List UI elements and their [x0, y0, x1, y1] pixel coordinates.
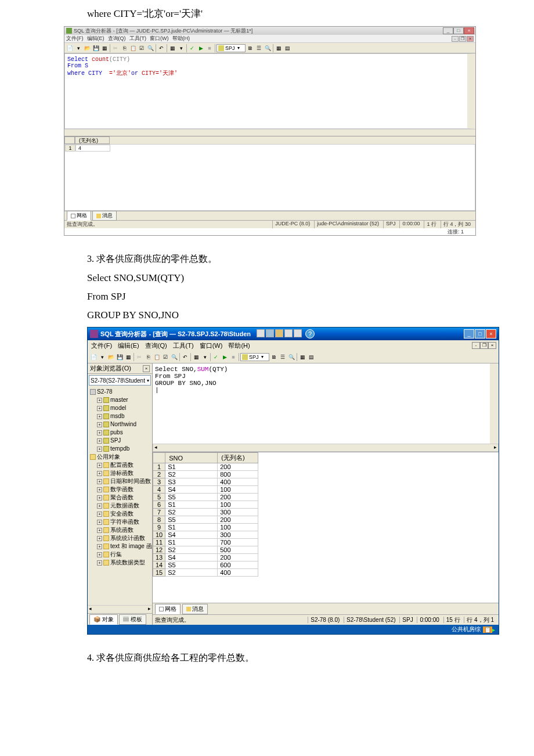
- plan-icon[interactable]: 🗎: [270, 353, 278, 361]
- tree-db-item[interactable]: +model: [89, 404, 151, 412]
- cell-sno[interactable]: S1: [165, 539, 218, 546]
- table-row[interactable]: 12S2500: [153, 546, 258, 554]
- cell-value[interactable]: 700: [218, 539, 258, 546]
- tab-grid[interactable]: 网格: [67, 211, 91, 221]
- col-header-noname[interactable]: (无列名): [75, 136, 110, 144]
- table-row[interactable]: 13S4200: [153, 554, 258, 561]
- cell-value[interactable]: 200: [218, 463, 258, 471]
- tree-db-item[interactable]: +tempdb: [89, 445, 151, 453]
- menu-file[interactable]: 文件(F): [66, 35, 84, 42]
- table-row[interactable]: 2S2800: [153, 471, 258, 478]
- maximize-button[interactable]: □: [453, 27, 464, 34]
- float-icon[interactable]: [294, 329, 302, 337]
- paste-icon[interactable]: 📋: [129, 44, 137, 52]
- menu-window[interactable]: 窗口(W): [200, 341, 223, 350]
- find-icon[interactable]: 🔍: [146, 44, 154, 52]
- help-icon[interactable]: ?: [305, 329, 315, 339]
- menu-tools[interactable]: 工具(T): [173, 341, 194, 350]
- cell-sno[interactable]: S2: [165, 509, 218, 516]
- stop-icon[interactable]: ■: [205, 44, 214, 52]
- col-noname-header[interactable]: (无列名): [218, 453, 258, 463]
- menu-file[interactable]: 文件(F): [91, 341, 112, 350]
- table-row[interactable]: 5S5200: [153, 494, 258, 501]
- table-row[interactable]: 15S2400: [153, 569, 258, 577]
- tab-messages[interactable]: 消息: [182, 604, 208, 614]
- col-sno-header[interactable]: SNO: [165, 453, 218, 463]
- tree-db-item[interactable]: +pubs: [89, 429, 151, 437]
- sql-editor-2[interactable]: Select SNO,SUM(QTY) From SPJ GROUP BY SN…: [153, 363, 499, 444]
- cell-value[interactable]: 100: [218, 524, 258, 531]
- dropdown-icon[interactable]: ▾: [74, 44, 82, 52]
- cell-sno[interactable]: S5: [165, 561, 218, 569]
- cell-sno[interactable]: S4: [165, 554, 218, 561]
- sidebar-hscroll[interactable]: ◂▸: [88, 605, 152, 613]
- cell-sno[interactable]: S5: [165, 516, 218, 524]
- cell-value[interactable]: 100: [218, 486, 258, 494]
- dropdown2-icon[interactable]: ▾: [201, 353, 209, 361]
- tree-folder-item[interactable]: +游标函数: [89, 469, 151, 477]
- tree-folder-item[interactable]: +安全函数: [89, 510, 151, 518]
- database-combo[interactable]: SPJ: [217, 44, 246, 52]
- titlebar-1[interactable]: SQL 查询分析器 - [查询 — JUDE-PC.SPJ.jude-PC\Ad…: [64, 27, 475, 35]
- close-button[interactable]: ×: [464, 27, 474, 34]
- tree-folder-item[interactable]: +字符串函数: [89, 518, 151, 526]
- tree-db-item[interactable]: +Northwind: [89, 420, 151, 429]
- minimize-button[interactable]: _: [464, 329, 474, 339]
- cell-value[interactable]: 300: [218, 531, 258, 539]
- tree-folder-item[interactable]: +系统数据类型: [89, 559, 151, 567]
- tree-folder-item[interactable]: +text 和 image 函数: [89, 542, 151, 550]
- float-icon[interactable]: [275, 329, 283, 337]
- check-icon[interactable]: ✓: [188, 44, 196, 52]
- cut-icon[interactable]: ✂: [135, 353, 143, 361]
- tree-folder-item[interactable]: +配置函数: [89, 461, 151, 469]
- cell-value[interactable]: 500: [218, 546, 258, 554]
- tree-folder-item[interactable]: +行集: [89, 550, 151, 559]
- stop-icon[interactable]: ■: [229, 353, 237, 361]
- open-icon[interactable]: 📂: [107, 353, 115, 361]
- window-icon[interactable]: ▦: [298, 353, 306, 361]
- tree-db-item[interactable]: +msdb: [89, 412, 151, 420]
- tree-root[interactable]: S2-78: [89, 388, 151, 396]
- menu-tools[interactable]: 工具(T): [129, 35, 147, 42]
- cell-sno[interactable]: S1: [165, 524, 218, 531]
- taskbar-arrow-icon[interactable]: ▸: [492, 627, 495, 633]
- inner-close[interactable]: ×: [467, 36, 474, 42]
- cell-sno[interactable]: S2: [165, 546, 218, 554]
- cut-icon[interactable]: ✂: [111, 44, 120, 52]
- tree-folder-item[interactable]: +聚合函数: [89, 494, 151, 502]
- check-icon[interactable]: ✓: [212, 353, 220, 361]
- copy-icon[interactable]: ⎘: [144, 353, 152, 361]
- menu-query[interactable]: 查询(Q): [108, 35, 126, 42]
- cell-value[interactable]: 200: [218, 516, 258, 524]
- clear-icon[interactable]: ☑: [138, 44, 146, 52]
- inner-restore[interactable]: ❐: [480, 342, 488, 349]
- table-row[interactable]: 7S2300: [153, 509, 258, 516]
- cell-value[interactable]: 200: [218, 554, 258, 561]
- cell-sno[interactable]: S2: [165, 471, 218, 478]
- show-icon[interactable]: ▤: [307, 353, 315, 361]
- copy-icon[interactable]: ⎘: [120, 44, 128, 52]
- cell-sno[interactable]: S2: [165, 569, 218, 577]
- table-row[interactable]: 3S3400: [153, 478, 258, 486]
- clear-icon[interactable]: ☑: [161, 353, 169, 361]
- obj-icon[interactable]: ☰: [279, 353, 287, 361]
- float-icon[interactable]: [257, 329, 265, 337]
- tree-folder-item[interactable]: +系统函数: [89, 526, 151, 534]
- editor-hscroll[interactable]: [64, 129, 475, 136]
- undo-icon[interactable]: ↶: [181, 353, 189, 361]
- menu-edit[interactable]: 编辑(E): [87, 35, 104, 42]
- menu-help[interactable]: 帮助(H): [172, 35, 190, 42]
- editor-hscroll-2[interactable]: [153, 444, 499, 452]
- table-row[interactable]: 11S1700: [153, 539, 258, 546]
- float-icon[interactable]: [284, 329, 293, 337]
- close-button[interactable]: ×: [486, 329, 496, 339]
- inner-minimize[interactable]: -: [452, 36, 459, 42]
- save-icon[interactable]: 💾: [116, 353, 124, 361]
- cell-value[interactable]: 600: [218, 561, 258, 569]
- cell-sno[interactable]: S3: [165, 478, 218, 486]
- cell-value[interactable]: 200: [218, 494, 258, 501]
- cell-value[interactable]: 400: [218, 478, 258, 486]
- insert-icon[interactable]: ▦: [124, 353, 132, 361]
- tree-folder-item[interactable]: +元数据函数: [89, 502, 151, 510]
- table-row[interactable]: 1S1200: [153, 463, 258, 471]
